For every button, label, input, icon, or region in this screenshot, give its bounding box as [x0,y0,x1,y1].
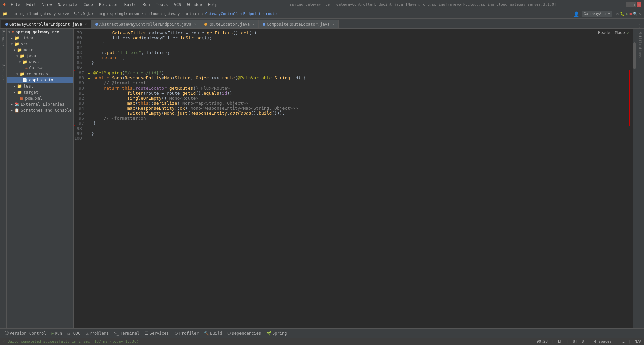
menu-file[interactable]: File [8,2,23,8]
tab-settings-icon[interactable]: ⋮ [636,23,643,28]
tab-close-3[interactable]: ✕ [252,22,254,26]
sidebar-item-project[interactable]: ▾ ♦ spring-gateway-rce [7,29,73,35]
notifications-icon[interactable]: Notifications [638,30,643,59]
line-code-94: .map(ResponseEntity::ok) Mono<ResponseEn… [93,106,298,111]
refresh-icon[interactable]: ↻ [616,12,619,16]
breadcrumb-method[interactable]: route [266,12,277,16]
spring-btn[interactable]: 🌱 Spring [264,330,289,336]
status-encoding[interactable]: UTF-8 [573,339,584,344]
sidebar-item-src[interactable]: ▾ 📁 src [7,41,73,47]
sidebar-item-resources[interactable]: ▾ 📁 resources [7,71,73,77]
status-na: N/A [635,339,641,344]
sidebar-item-wuya[interactable]: ▾ 📁 wuya [7,59,73,65]
build-btn[interactable]: 🔨 Build [202,330,224,336]
breadcrumb-gateway[interactable]: gateway [164,12,180,16]
sidebar-item-idea[interactable]: ▸ 📁 .idea [7,35,73,41]
code-line-79: 79 GatewayFilter gatewayFilter = route.g… [74,30,633,35]
avatar-icon[interactable]: 👤 [573,11,579,17]
line-num-81: 81 [74,41,86,45]
line-num-89: 89 [76,81,88,85]
status-indent[interactable]: 4 spaces [594,339,612,344]
app-window: ♦ File Edit View Navigate Code Refactor … [0,0,644,345]
dependencies-btn[interactable]: ⬡ Dependencies [225,330,263,336]
code-editor[interactable]: 79 GatewayFilter gatewayFilter = route.g… [74,29,636,328]
run-btn[interactable]: ▶ Run [49,330,64,336]
menu-view[interactable]: View [39,2,54,8]
tab-close-4[interactable]: ✕ [332,22,334,26]
status-bar: ✓ Build completed successfully in 2 sec,… [0,338,644,345]
menu-vcs[interactable]: VCS [171,2,184,8]
sidebar-project-label: spring-gateway-rce [15,30,59,34]
minimize-button[interactable]: — [626,2,631,7]
sidebar-item-main[interactable]: ▾ 📁 main [7,47,73,53]
status-cloud-icon[interactable]: ☁ [622,339,625,344]
breadcrumb-class[interactable]: GatewayControllerEndpoint [205,12,261,16]
sidebar-item-application[interactable]: 📄 applicatio… [7,77,73,83]
problems-label: Problems [90,331,109,336]
gateway-app-dropdown[interactable]: GatewayApp ▾ [582,11,612,17]
tab-composite-route[interactable]: CompositeRouteLocator.java ✕ [259,20,339,28]
menu-run[interactable]: Run [140,2,153,8]
sidebar-item-pom[interactable]: 🗎 pom.xml [7,95,73,101]
search-icon[interactable]: 🔍 [633,12,638,16]
menu-window[interactable]: Window [184,2,204,8]
breadcrumb-cloud[interactable]: cloud [148,12,159,16]
stop-icon[interactable]: ■ [630,12,632,16]
run-icon[interactable]: ▶ [626,12,628,16]
menu-build[interactable]: Build [122,2,139,8]
dependencies-label: Dependencies [232,331,261,336]
structure-panel-icon[interactable]: Structure [1,64,5,82]
menu-refactor[interactable]: Refactor [96,2,121,8]
tab-gateway-controller[interactable]: GatewayControllerEndpoint.java ✕ [1,20,91,28]
breadcrumb-project[interactable]: spring-cloud-gateway-server-3.1.0.jar [11,12,94,16]
sidebar-item-gateway-file[interactable]: ☕ Gatewa… [7,65,73,71]
tab-abstract-gateway[interactable]: AbstractGatewayControllerEndpoint.java ✕ [91,20,201,28]
toolbar-icons: 📁 [3,12,7,16]
tab-route-locator[interactable]: RouteLocator.java ✕ [200,20,259,28]
sidebar-item-external-libs[interactable]: ▸ 📚 External Libraries [7,101,73,107]
menu-edit[interactable]: Edit [24,2,39,8]
status-position[interactable]: 90:28 [537,339,548,344]
terminal-btn[interactable]: >_ Terminal [112,330,141,336]
version-control-btn[interactable]: ⓪ Version Control [3,330,48,337]
bookmarks-panel-icon[interactable]: Bookmarks [1,30,5,48]
debug-icon[interactable]: 🐛 [620,12,625,16]
sidebar-item-java[interactable]: ▾ 📁 java [7,53,73,59]
line-num-90: 90 [76,86,88,91]
menu-code[interactable]: Code [80,2,96,8]
menu-help[interactable]: Help [205,2,220,8]
line-num-99: 99 [74,131,86,136]
tab-close-1[interactable]: ✕ [85,22,87,26]
sidebar-wuya-label: wuya [29,60,39,64]
services-btn[interactable]: ☰ Services [143,330,171,336]
tab-close-2[interactable]: ✕ [194,22,196,26]
scrollbar[interactable] [633,29,636,328]
scrollbar-thumb[interactable] [633,42,636,69]
menu-navigate[interactable]: Navigate [55,2,80,8]
maximize-button[interactable]: □ [631,2,636,7]
sidebar-gateway-label: Gatewa… [29,66,46,70]
status-separator-1: | [552,339,554,344]
problems-btn[interactable]: ⚠ Problems [84,330,111,336]
breadcrumb-org[interactable]: org [99,12,105,16]
breadcrumb-springframework[interactable]: springframework [110,12,143,16]
breadcrumb-actuate[interactable]: actuate [185,12,200,16]
profiler-btn[interactable]: ⏱ Profiler [172,330,201,336]
todo-btn[interactable]: ☑ TODO [65,330,83,336]
status-right: 90:28 | LF | UTF-8 | 4 spaces | ☁ | N/A [537,339,641,344]
close-button[interactable]: ✕ [637,2,641,7]
line-code-89: // @formatter:off [93,80,148,85]
folder-icon-wuya: 📁 [22,60,28,64]
status-line-ending[interactable]: LF [558,339,562,344]
status-separator-4: | [616,339,618,344]
folder-icon-main: 📁 [17,48,22,52]
tab-bar: GatewayControllerEndpoint.java ✕ Abstrac… [0,19,644,29]
sidebar-item-target[interactable]: ▸ 📁 target [7,89,73,95]
sidebar-item-test[interactable]: ▸ 📁 test [7,83,73,89]
sidebar-idea-label: .idea [21,36,33,40]
settings-icon[interactable]: ⚙ [639,12,641,16]
file-icon-gateway: ☕ [25,66,28,70]
menu-tools[interactable]: Tools [153,2,171,8]
project-icon[interactable]: 📁 [3,12,7,16]
sidebar-item-scratches[interactable]: ▸ 📋 Scratches and Console [7,107,73,113]
